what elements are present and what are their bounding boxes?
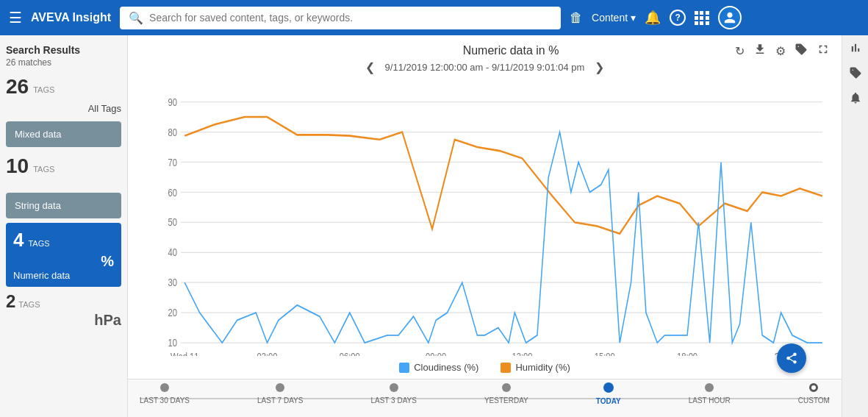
tag-group-10: 10 TAGS: [6, 152, 121, 185]
timeline-dot-3days[interactable]: [390, 383, 398, 392]
hpa-group: 2 TAGS hPa: [6, 291, 121, 329]
svg-text:12:00: 12:00: [512, 351, 532, 356]
help-icon[interactable]: ?: [670, 10, 686, 26]
legend-item-cloudiness: Cloudiness (%): [399, 362, 478, 373]
numeric-data-block[interactable]: 4 TAGS % Numeric data: [6, 223, 121, 287]
tag-count-26: 26: [6, 75, 29, 99]
menu-icon[interactable]: ☰: [9, 9, 22, 26]
search-input[interactable]: [149, 12, 552, 24]
timeline-dot-lasthour[interactable]: [705, 383, 714, 392]
right-panel-chart-icon[interactable]: [849, 41, 862, 57]
percent-icon: %: [13, 253, 114, 270]
timeline-point-3days[interactable]: LAST 3 DAYS: [370, 383, 416, 404]
timeline-point-30days[interactable]: LAST 30 DAYS: [140, 383, 190, 404]
export-icon[interactable]: [753, 43, 767, 59]
date-range-nav: ❮ 9/11/2019 12:00:00 am - 9/11/2019 9:01…: [128, 59, 842, 77]
timeline: LAST 30 DAYS LAST 7 DAYS LAST 3 DAYS YES…: [128, 379, 842, 417]
timeline-dot-30days[interactable]: [160, 383, 169, 392]
top-nav: ☰ AVEVA Insight 🔍 🗑 Content ▾ 🔔 ?: [0, 0, 868, 35]
chart-title: Numeric data in %: [287, 44, 735, 57]
timeline-label-30days: LAST 30 DAYS: [140, 396, 190, 404]
tag-icon[interactable]: [795, 43, 808, 59]
chart-legend: Cloudiness (%) Humidity (%): [128, 359, 842, 379]
svg-text:10: 10: [168, 337, 177, 349]
svg-text:18:00: 18:00: [677, 351, 697, 356]
cloudiness-color: [399, 363, 409, 373]
humidity-label: Humidity (%): [515, 362, 570, 373]
content-area: Numeric data in % ↻ ⚙ ❮ 9/11/2019 12:00:…: [128, 35, 842, 417]
chart-tools: ↻ ⚙: [735, 43, 830, 59]
numeric-data-label: Numeric data: [13, 270, 114, 281]
svg-text:60: 60: [168, 186, 177, 199]
fullscreen-icon[interactable]: [817, 43, 830, 59]
timeline-label-yesterday: YESTERDAY: [484, 396, 528, 404]
timeline-point-today[interactable]: TODAY: [596, 382, 621, 405]
timeline-label-today: TODAY: [596, 397, 621, 405]
right-panel: [842, 35, 868, 417]
timeline-point-lasthour[interactable]: LAST HOUR: [689, 383, 731, 404]
timeline-point-yesterday[interactable]: YESTERDAY: [484, 383, 528, 404]
date-next-button[interactable]: ❯: [592, 60, 607, 74]
svg-text:30: 30: [168, 277, 177, 289]
settings-icon[interactable]: ⚙: [775, 44, 786, 58]
account-icon[interactable]: [718, 6, 742, 29]
timeline-label-lasthour: LAST HOUR: [689, 396, 731, 404]
chart-header: Numeric data in % ↻ ⚙: [128, 35, 842, 59]
svg-text:50: 50: [168, 216, 177, 229]
tag-count-10: 10: [6, 154, 29, 178]
date-range-label: 9/11/2019 12:00:00 am - 9/11/2019 9:01:0…: [385, 62, 585, 73]
timeline-dot-yesterday[interactable]: [502, 383, 511, 392]
timeline-label-7days: LAST 7 DAYS: [257, 396, 303, 404]
hpa-text: hPa: [6, 312, 121, 329]
tags-label-1: TAGS: [33, 85, 54, 94]
search-results-title: Search Results: [6, 44, 121, 56]
main-body: Search Results 26 matches 26 TAGS All Ta…: [0, 35, 868, 417]
tags-label-2: TAGS: [33, 165, 54, 174]
date-prev-button[interactable]: ❮: [362, 60, 378, 74]
apps-icon[interactable]: [695, 11, 709, 25]
search-icon: 🔍: [129, 11, 143, 25]
svg-text:06:00: 06:00: [340, 351, 360, 356]
sidebar: Search Results 26 matches 26 TAGS All Ta…: [0, 35, 128, 417]
svg-text:09:00: 09:00: [426, 351, 446, 356]
svg-text:03:00: 03:00: [257, 351, 277, 356]
svg-text:70: 70: [168, 156, 177, 168]
svg-text:Wed 11: Wed 11: [171, 351, 198, 356]
hpa-tags-label: TAGS: [18, 300, 40, 309]
app-logo: AVEVA Insight: [31, 11, 111, 24]
delete-icon[interactable]: 🗑: [570, 10, 583, 26]
svg-text:15:00: 15:00: [595, 351, 615, 356]
svg-text:20: 20: [168, 307, 177, 319]
timeline-dot-7days[interactable]: [276, 383, 284, 392]
right-panel-bell-icon[interactable]: [849, 91, 862, 107]
search-results-count: 26 matches: [6, 57, 121, 68]
tag-group-26: 26 TAGS All Tags: [6, 75, 121, 114]
numeric-count: 4: [13, 229, 24, 252]
timeline-point-7days[interactable]: LAST 7 DAYS: [257, 383, 303, 404]
timeline-track: LAST 30 DAYS LAST 7 DAYS LAST 3 DAYS YES…: [140, 398, 830, 399]
content-button[interactable]: Content ▾: [592, 12, 636, 24]
legend-item-humidity: Humidity (%): [501, 362, 570, 373]
timeline-label-custom: CUSTOM: [798, 396, 830, 404]
right-panel-tag-icon[interactable]: [849, 66, 862, 82]
cloudiness-label: Cloudiness (%): [414, 362, 478, 373]
timeline-point-custom[interactable]: CUSTOM: [798, 383, 830, 404]
search-bar: 🔍: [120, 7, 561, 29]
chart-container: 90 80 70 60 50 40 30 20 10 Wed 11 03:00 …: [128, 77, 842, 359]
sidebar-item-string-data[interactable]: String data: [6, 193, 121, 218]
timeline-dot-custom[interactable]: [809, 383, 818, 392]
hpa-count: 2: [6, 291, 15, 312]
svg-text:90: 90: [168, 96, 177, 108]
humidity-color: [501, 363, 511, 373]
timeline-label-3days: LAST 3 DAYS: [370, 396, 416, 404]
sidebar-item-mixed-data[interactable]: Mixed data: [6, 121, 121, 147]
share-button[interactable]: [777, 343, 806, 373]
svg-text:80: 80: [168, 126, 177, 138]
timeline-dot-today[interactable]: [603, 382, 614, 393]
notifications-icon[interactable]: 🔔: [645, 10, 661, 26]
refresh-icon[interactable]: ↻: [735, 44, 745, 58]
all-tags-label: All Tags: [6, 103, 121, 114]
numeric-tags-label: TAGS: [28, 239, 49, 248]
chart-svg: 90 80 70 60 50 40 30 20 10 Wed 11 03:00 …: [140, 83, 830, 356]
svg-text:40: 40: [168, 246, 177, 259]
